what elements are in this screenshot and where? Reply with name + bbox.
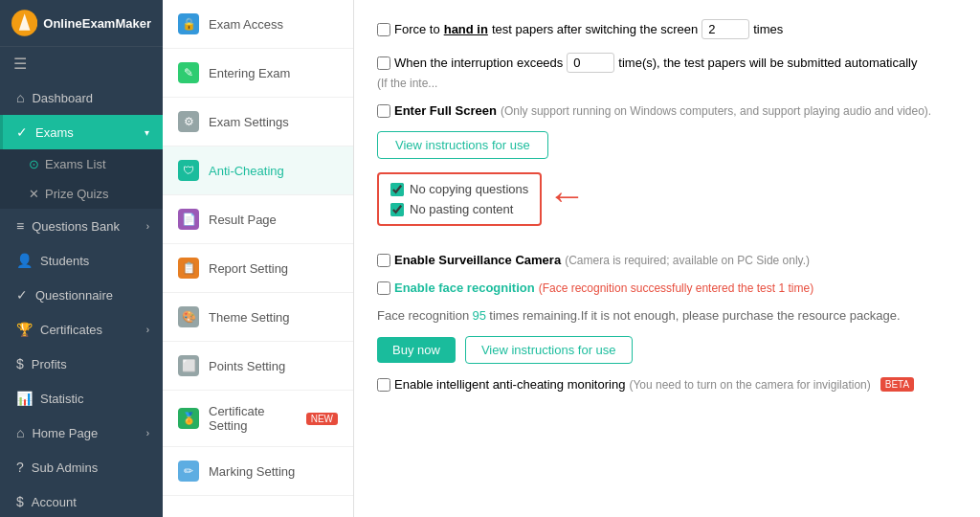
certificate-setting-icon: 🏅 [178,408,199,429]
intelligent-label: Enable intelligent anti-cheating monitor… [394,377,625,392]
sidebar-item-questions-bank[interactable]: ≡ Questions Bank › [0,209,163,243]
face-desc: Face recognition 95 times remaining.If i… [377,308,957,323]
face-row: Enable face recognition (Face recognitio… [377,281,957,295]
sidebar-label-account: Account [32,495,77,509]
nav-label-exam-settings: Exam Settings [209,115,289,129]
view-instructions-button2[interactable]: View instructions for use [465,336,633,364]
nav-item-marking-setting[interactable]: ✏ Marking Setting [163,447,353,496]
switch-count-input[interactable] [702,19,749,39]
fullscreen-hint: (Only support running on Windows compute… [501,104,931,118]
sidebar-item-statistic[interactable]: 📊 Statistic [0,381,163,416]
view-instructions-button[interactable]: View instructions for use [377,131,548,159]
no-paste-checkbox[interactable] [390,203,404,216]
question-icon: ? [16,460,24,475]
interruption-text2: time(s), the test papers will be submitt… [618,56,917,70]
sidebar-item-prize-quizs[interactable]: ✕ Prize Quizs [0,179,163,209]
sidebar-label-exams-list: Exams List [45,157,106,171]
no-paste-label: No pasting content [410,202,513,216]
sidebar-label-exams: Exams [35,125,74,140]
intelligent-hint: (You need to turn on the camera for invi… [629,378,870,392]
sidebar-label-questionnaire: Questionnaire [35,288,113,303]
no-paste-row: No pasting content [390,202,528,216]
logo-text: OnlineExamMaker [43,16,151,31]
face-recognition-area: Enable face recognition (Face recognitio… [377,281,957,323]
check-icon: ✓ [16,124,28,140]
sidebar-item-profits[interactable]: $ Profits [0,347,163,381]
force-handin-row: Force to hand in test papers after switc… [377,19,957,39]
nav-item-report-setting[interactable]: 📋 Report Setting [163,244,353,293]
interruption-text1: When the interruption exceeds [394,56,563,70]
fullscreen-row: Enter Full Screen (Only support running … [377,103,957,118]
force-handin-text2: test papers after switching the screen [492,22,698,36]
nav-label-result-page: Result Page [209,213,277,227]
nav-item-exam-access[interactable]: 🔒 Exam Access [163,0,353,49]
sidebar-item-students[interactable]: 👤 Students [0,243,163,278]
sidebar-label-statistic: Statistic [40,392,84,406]
hamburger-button[interactable]: ☰ [0,47,163,80]
sidebar-item-certificates[interactable]: 🏆 Certificates › [0,312,163,347]
nav-item-entering-exam[interactable]: ✎ Entering Exam [163,49,353,98]
fullscreen-checkbox[interactable] [377,104,390,118]
no-copy-checkbox[interactable] [390,183,404,196]
no-copy-label: No copying questions [410,182,528,196]
nav-item-exam-settings[interactable]: ⚙ Exam Settings [163,98,353,146]
sidebar-label-questions-bank: Questions Bank [32,219,120,234]
anti-cheating-area: No copying questions No pasting content … [377,172,957,239]
camera-checkbox[interactable] [377,254,390,267]
middle-nav: 🔒 Exam Access ✎ Entering Exam ⚙ Exam Set… [163,0,354,517]
sidebar-label-dashboard: Dashboard [32,91,93,105]
home-icon: ⌂ [16,90,24,105]
sidebar-item-exams-list[interactable]: ⊙ Exams List [0,149,163,179]
face-label: Enable face recognition [394,281,535,295]
buy-now-button[interactable]: Buy now [377,337,456,363]
intelligent-checkbox[interactable] [377,378,390,392]
sidebar-item-account[interactable]: $ Account [0,484,163,517]
chevron-down-icon: ▾ [145,127,149,138]
nav-label-certificate-setting: Certificate Setting [209,404,301,433]
anti-cheating-box: No copying questions No pasting content [377,172,542,226]
entering-exam-icon: ✎ [178,62,199,83]
nav-item-result-page[interactable]: 📄 Result Page [163,195,353,244]
sidebar-label-sub-admins: Sub Admins [32,461,98,475]
camera-hint: (Camera is required; available on PC Sid… [565,254,810,267]
sidebar-item-dashboard[interactable]: ⌂ Dashboard [0,80,163,115]
nav-item-anti-cheating[interactable]: 🛡 Anti-Cheating [163,146,353,195]
logo-area: OnlineExamMaker [0,0,163,47]
chart-icon: 📊 [16,391,33,406]
nav-item-points-setting[interactable]: ⬜ Points Setting [163,342,353,391]
anti-cheating-icon: 🛡 [178,160,199,181]
force-handin-checkbox[interactable] [377,23,390,36]
chevron-right-icon2: › [146,325,149,335]
nav-label-theme-setting: Theme Setting [209,310,290,325]
sidebar-item-sub-admins[interactable]: ? Sub Admins [0,450,163,484]
nav-item-theme-setting[interactable]: 🎨 Theme Setting [163,293,353,342]
nav-label-points-setting: Points Setting [209,359,285,373]
face-desc-suffix: times remaining.If it is not enough, ple… [489,308,900,323]
sidebar-item-homepage[interactable]: ⌂ Home Page › [0,416,163,450]
user-icon: 👤 [16,253,33,268]
sidebar-label-certificates: Certificates [40,323,102,337]
result-page-icon: 📄 [178,209,199,230]
face-checkbox[interactable] [377,281,390,295]
face-desc-prefix: Face recognition [377,308,469,323]
dollar-icon: $ [16,356,24,371]
chevron-right-icon3: › [146,428,149,438]
cross-icon: ✕ [29,187,39,201]
camera-label: Enable Surveillance Camera [394,253,561,267]
interruption-checkbox[interactable] [377,56,390,70]
beta-badge: BETA [880,377,914,392]
main-content: Force to hand in test papers after switc… [354,0,980,517]
nav-label-entering-exam: Entering Exam [209,66,290,80]
exam-access-icon: 🔒 [178,13,199,34]
certificate-icon: 🏆 [16,322,33,337]
intelligent-row: Enable intelligent anti-cheating monitor… [377,377,957,392]
exam-settings-icon: ⚙ [178,111,199,132]
interruption-count-input[interactable] [567,53,614,73]
force-handin-text3: times [753,22,783,36]
camera-row: Enable Surveillance Camera (Camera is re… [377,253,957,267]
sidebar-item-exams[interactable]: ✓ Exams ▾ [0,115,163,149]
points-setting-icon: ⬜ [178,355,199,376]
sidebar-item-questionnaire[interactable]: ✓ Questionnaire [0,278,163,312]
nav-item-certificate-setting[interactable]: 🏅 Certificate Setting NEW [163,391,353,447]
new-badge: NEW [306,413,338,425]
